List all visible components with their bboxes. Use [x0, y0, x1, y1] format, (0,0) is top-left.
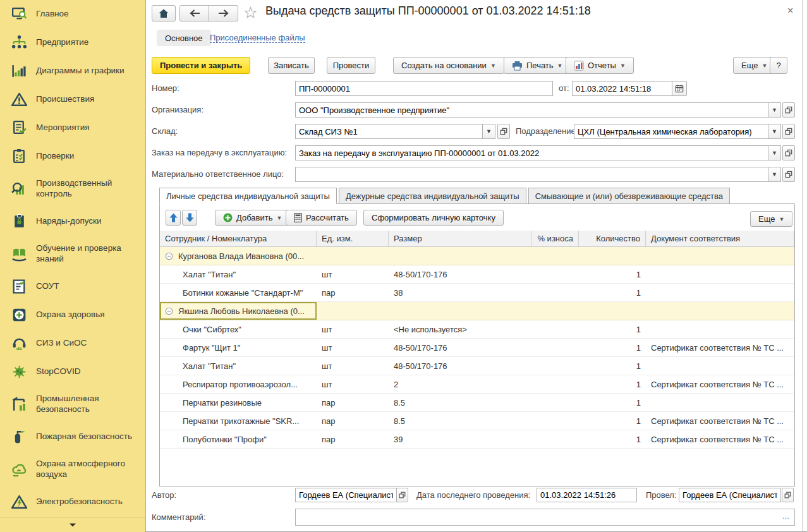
transfer-order-open-button[interactable] [782, 145, 795, 160]
column-header[interactable]: Ед. изм. [317, 231, 389, 246]
author-open-button[interactable] [396, 488, 408, 502]
responsible-person-input[interactable] [295, 167, 768, 182]
move-up-button[interactable] [166, 210, 181, 226]
sidebar-item-label: Предприятие [36, 37, 138, 48]
transfer-order-input[interactable] [295, 145, 768, 160]
post-button[interactable]: Провести [327, 57, 375, 74]
transfer-order-dropdown-button[interactable]: ▼ [768, 145, 781, 160]
sidebar-item-label: Мероприятия [36, 123, 138, 133]
save-button[interactable]: Записать [268, 57, 315, 74]
sidebar-item-health[interactable]: Охрана здоровья [0, 301, 145, 329]
chevron-down-icon: ▼ [772, 107, 777, 113]
table-row[interactable]: Ботинки кожаные "Стандарт-М"пар 38 1 [160, 284, 794, 302]
table-row[interactable]: Фартук "Щит 1"шт 48-50/170-176 1Сертифик… [160, 339, 794, 357]
date-label: от: [559, 83, 569, 93]
table-row[interactable]: Респиратор противоаэрозол...шт 2 1Сертиф… [160, 375, 794, 394]
table-more-button[interactable]: Еще▼ [750, 211, 792, 227]
sidebar-item-sout[interactable]: СОУТ [0, 272, 145, 301]
home-button[interactable] [152, 5, 176, 21]
calculate-button[interactable]: Рассчитать [286, 210, 357, 226]
bar-chart-icon [10, 63, 28, 80]
column-header[interactable]: % износа [531, 231, 579, 246]
chevron-down-icon: ▼ [772, 128, 777, 135]
sidebar-item-work-permits[interactable]: Наряды-допуски [0, 207, 145, 236]
tab-main[interactable]: Основное [157, 30, 211, 46]
create-based-on-button[interactable]: Создать на основании▼ [393, 57, 504, 74]
sidebar-item-enterprise[interactable]: Предприятие [0, 28, 145, 57]
table-row[interactable]: Полуботинки "Профи"пар 39 1Сертификат со… [160, 430, 794, 449]
sidebar-item-training[interactable]: Обучение и проверка знаний [0, 236, 145, 272]
author-input[interactable] [295, 488, 397, 502]
chevron-down-icon: ▼ [761, 63, 767, 69]
sidebar-collapse-button[interactable] [0, 517, 145, 532]
help-button[interactable]: ? [770, 57, 787, 74]
posted-by-input[interactable] [679, 488, 781, 502]
organization-dropdown-button[interactable]: ▼ [768, 102, 781, 118]
sidebar-item-industrial-safety[interactable]: Промышленная безопасность [0, 386, 145, 423]
responsible-dropdown-button[interactable]: ▼ [768, 167, 781, 182]
close-icon[interactable]: × [787, 5, 793, 16]
tab-duty-ppe[interactable]: Дежурные средства индивидуальной защиты [339, 188, 526, 204]
responsible-person-label: Материально ответственное лицо: [152, 169, 284, 179]
sidebar-item-charts[interactable]: Диаграммы и графики [0, 57, 145, 85]
tab-attached-files[interactable]: Присоединенные файлы [210, 33, 305, 43]
posted-by-label: Провел: [646, 490, 677, 500]
add-button[interactable]: Добавить▼ [215, 210, 290, 226]
organization-input[interactable] [295, 102, 768, 118]
favorite-star-icon[interactable] [244, 6, 257, 19]
table-row[interactable]: Халат "Титан"шт 48-50/170-176 1 [160, 265, 794, 284]
sidebar-item-home[interactable]: Главное [0, 0, 145, 28]
tab-cleansing-agents[interactable]: Смывающие и (или) обезвреживающие средст… [528, 188, 730, 204]
last-posted-input[interactable] [537, 488, 637, 502]
back-button[interactable] [179, 5, 209, 21]
sidebar-item-incidents[interactable]: Происшествия [0, 85, 145, 114]
column-header[interactable]: Размер [389, 231, 531, 246]
posted-by-open-button[interactable] [782, 488, 794, 502]
calendar-button[interactable] [672, 81, 687, 96]
sidebar-item-events[interactable]: Мероприятия [0, 114, 145, 142]
sidebar-item-label: Охрана атмосферного воздуха [36, 459, 138, 480]
open-icon [785, 106, 792, 114]
sidebar-item-stopcovid[interactable]: StopCOVID [0, 358, 145, 386]
collapse-minus-icon[interactable] [165, 252, 174, 260]
department-dropdown-button[interactable]: ▼ [768, 124, 781, 139]
department-input[interactable] [574, 124, 768, 139]
sidebar-item-inspections[interactable]: Проверки [0, 142, 145, 171]
warehouse-input[interactable] [295, 124, 483, 139]
warehouse-dropdown-button[interactable]: ▼ [482, 124, 495, 139]
forward-button[interactable] [209, 5, 238, 21]
table-row-group-selected[interactable]: Якшина Любовь Николаевна (0... [160, 302, 794, 320]
table-row[interactable]: Очки "Сибртех"шт <Не используется> 1 [160, 320, 794, 339]
chevron-down-icon [69, 523, 76, 528]
post-and-close-button[interactable]: Провести и закрыть [152, 57, 250, 74]
comment-input[interactable] [295, 509, 795, 526]
chevron-down-icon: ▼ [620, 63, 626, 69]
table-row[interactable]: Халат "Титан"шт 48-50/170-176 1 [160, 357, 794, 375]
organization-open-button[interactable] [782, 102, 795, 118]
sidebar-item-air-protection[interactable]: Охрана атмосферного воздуха [0, 451, 145, 488]
date-input[interactable] [572, 81, 672, 96]
reports-button[interactable]: Отчеты▼ [566, 57, 634, 74]
table-row[interactable]: Перчатки резиновыепар 8.5 1 [160, 394, 794, 412]
document-check2-icon [10, 278, 28, 296]
print-button[interactable]: Печать▼ [504, 57, 571, 74]
responsible-open-button[interactable] [782, 167, 795, 182]
collapse-minus-icon[interactable] [165, 307, 174, 315]
sidebar-item-fire-safety[interactable]: Пожарная безопасность [0, 423, 145, 451]
number-input[interactable] [295, 81, 553, 96]
sidebar-item-ppe[interactable]: СИЗ и СиОС [0, 329, 145, 358]
generate-personal-card-button[interactable]: Сформировать личную карточку [363, 210, 504, 226]
move-down-button[interactable] [182, 210, 197, 226]
sidebar-item-electrical-safety[interactable]: Электробезопасность [0, 488, 145, 516]
table-row[interactable]: Перчатки трикотажные "SKR...пар 8.5 1Сер… [160, 412, 794, 430]
window-right-border [803, 0, 803, 532]
tab-personal-ppe[interactable]: Личные средства индивидуальной защиты [159, 188, 337, 204]
warehouse-open-button[interactable] [497, 124, 510, 139]
column-header[interactable]: Количество [579, 231, 646, 246]
column-header[interactable]: Сотрудник / Номенклатура [160, 231, 317, 246]
sidebar-item-production-control[interactable]: Производственный контроль [0, 171, 145, 207]
comment-more-button[interactable]: ... [782, 511, 789, 521]
department-open-button[interactable] [782, 124, 795, 139]
column-header[interactable]: Документ соответствия [646, 231, 794, 246]
table-row-group[interactable]: Курганова Влада Ивановна (00... [160, 247, 794, 265]
